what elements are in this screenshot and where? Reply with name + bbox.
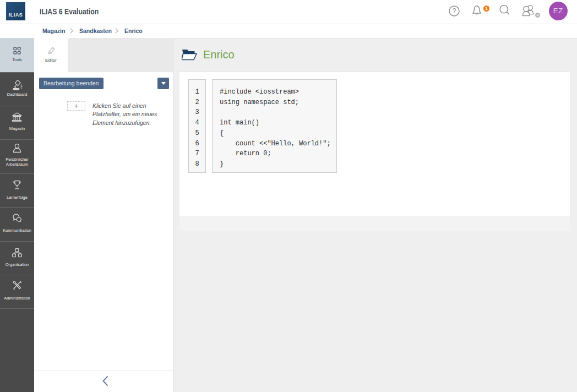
svg-text:?: ? xyxy=(453,7,456,15)
